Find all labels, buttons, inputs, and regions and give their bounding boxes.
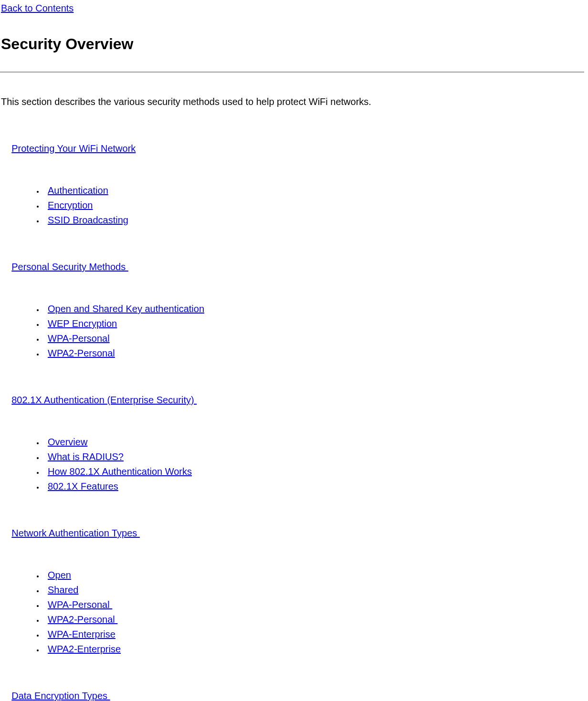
link-8021x-overview[interactable]: Overview [48,437,87,447]
link-wep-encryption[interactable]: WEP Encryption [48,318,117,329]
link-open-shared-key-auth[interactable]: Open and Shared Key authentication [48,303,204,314]
link-wpa-personal[interactable]: WPA-Personal [48,333,110,344]
link-encryption[interactable]: Encryption [48,200,93,210]
list-item: WPA2-Enterprise [44,643,584,656]
link-what-is-radius[interactable]: What is RADIUS? [48,451,124,462]
link-8021x-authentication[interactable]: 802.1X Authentication (Enterprise Securi… [11,395,197,405]
horizontal-rule [0,72,584,73]
link-auth-wpa2-personal[interactable]: WPA2-Personal [48,614,117,625]
list-item: WEP Encryption [44,317,584,330]
sublist: Overview What is RADIUS? How 802.1X Auth… [0,436,584,493]
link-ssid-broadcasting[interactable]: SSID Broadcasting [48,215,128,225]
page-title: Security Overview [1,34,584,54]
section-heading: Personal Security Methods [1,248,584,286]
link-authentication[interactable]: Authentication [48,185,108,196]
sublist: Authentication Encryption SSID Broadcast… [0,184,584,227]
list-item: WPA2-Personal [44,613,584,626]
list-item: Authentication [44,184,584,197]
list-item: SSID Broadcasting [44,214,584,227]
link-network-authentication-types[interactable]: Network Authentication Types [11,528,140,538]
list-item: How 802.1X Authentication Works [44,465,584,478]
link-personal-security-methods[interactable]: Personal Security Methods [11,262,128,272]
link-protecting-your-wifi-network[interactable]: Protecting Your WiFi Network [11,143,136,154]
section-heading: Data Encryption Types [1,677,584,701]
intro-paragraph: This section describes the various secur… [1,95,584,108]
list-item: WPA-Enterprise [44,628,584,641]
list-item: Open [44,569,584,582]
link-data-encryption-types[interactable]: Data Encryption Types [11,691,110,701]
sublist: Open and Shared Key authentication WEP E… [0,303,584,360]
sublist: Open Shared WPA-Personal WPA2-Personal W… [0,569,584,656]
link-auth-wpa-enterprise[interactable]: WPA-Enterprise [48,629,116,639]
list-item: 802.1X Features [44,480,584,493]
link-how-8021x-works[interactable]: How 802.1X Authentication Works [48,466,192,477]
list-item: WPA2-Personal [44,347,584,360]
link-wpa2-personal[interactable]: WPA2-Personal [48,348,115,358]
list-item: WPA-Personal [44,332,584,345]
list-item: Overview [44,436,584,449]
list-item: What is RADIUS? [44,450,584,463]
section-heading: 802.1X Authentication (Enterprise Securi… [1,381,584,419]
link-8021x-features[interactable]: 802.1X Features [48,481,118,492]
link-auth-shared[interactable]: Shared [48,585,79,595]
page-container: Back to Contents Security Overview This … [0,0,588,701]
list-item: WPA-Personal [44,598,584,611]
section-heading: Protecting Your WiFi Network [1,129,584,168]
link-auth-wpa2-enterprise[interactable]: WPA2-Enterprise [48,644,121,654]
section-heading: Network Authentication Types [1,514,584,553]
link-auth-wpa-personal[interactable]: WPA-Personal [48,599,112,610]
link-auth-open[interactable]: Open [48,570,71,580]
list-item: Shared [44,584,584,596]
list-item: Open and Shared Key authentication [44,303,584,315]
list-item: Encryption [44,199,584,212]
back-to-contents-link[interactable]: Back to Contents [1,2,74,15]
